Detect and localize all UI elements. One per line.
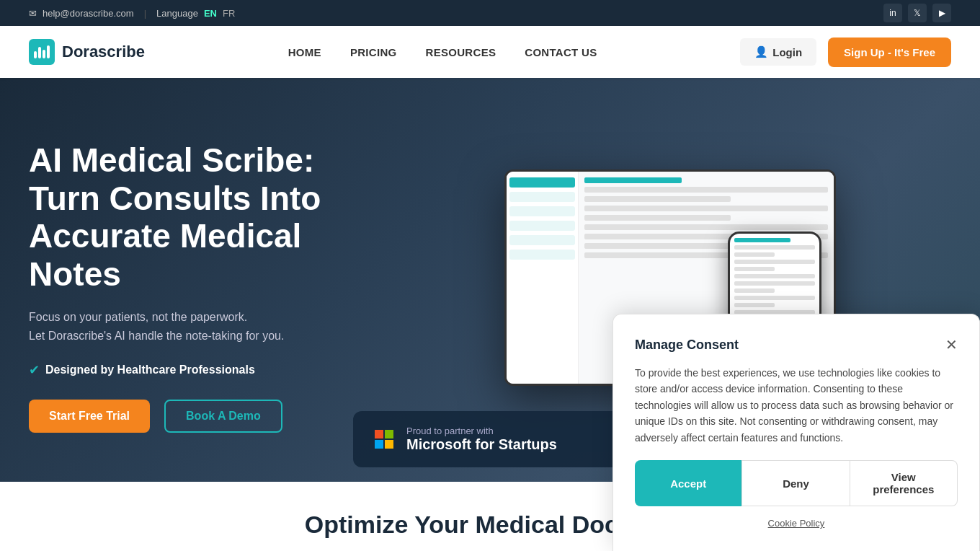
cookie-buttons: Accept Deny View preferences: [635, 460, 958, 506]
hero-buttons: Start Free Trial Book A Demo: [29, 400, 389, 433]
mail-icon: ✉: [29, 8, 37, 19]
youtube-icon[interactable]: ▶: [932, 4, 951, 22]
logo[interactable]: Dorascribe: [29, 39, 145, 65]
logo-bars: [34, 45, 50, 58]
topbar-right: in 𝕏 ▶: [883, 4, 951, 22]
topbar-left: ✉ help@dorascribe.com | Language EN FR: [29, 8, 235, 19]
logo-text: Dorascribe: [62, 43, 145, 61]
microsoft-banner: Proud to partner with Microsoft for Star…: [353, 411, 627, 467]
nav-pricing[interactable]: PRICING: [350, 46, 397, 58]
topbar-email: help@dorascribe.com: [43, 8, 134, 19]
bar4: [47, 45, 50, 58]
check-icon: ✔: [29, 362, 40, 378]
badge-text: Designed by Healthcare Professionals: [45, 363, 255, 376]
nav-contact[interactable]: CONTACT US: [525, 46, 597, 58]
topbar: ✉ help@dorascribe.com | Language EN FR i…: [0, 0, 980, 26]
bar3: [43, 50, 45, 58]
phone-row-teal: [734, 238, 790, 242]
navbar: Dorascribe HOME PRICING RESOURCES CONTAC…: [0, 26, 980, 78]
topbar-separator: |: [144, 8, 146, 19]
hero-left: AI Medical Scribe:Turn Consults IntoAccu…: [29, 141, 389, 433]
phone-row-2: [734, 252, 775, 257]
cookie-consent-dialog: Manage Consent ✕ To provide the best exp…: [612, 314, 980, 551]
phone-row-8: [734, 296, 815, 300]
mock-row-3: [584, 206, 828, 211]
mock-sidebar: [507, 172, 579, 384]
phone-row-1: [734, 245, 815, 250]
phone-row-5: [734, 274, 815, 278]
ms-yellow-square: [385, 440, 393, 449]
book-demo-button[interactable]: Book A Demo: [164, 400, 282, 433]
login-button[interactable]: 👤 Login: [740, 38, 816, 66]
mock-row-5: [584, 224, 828, 230]
cookie-policy-link-container: Cookie Policy: [635, 516, 958, 529]
phone-row-3: [734, 260, 815, 264]
lang-fr-link[interactable]: FR: [223, 8, 235, 19]
mock-row-7: [584, 243, 731, 249]
ms-logo: [375, 430, 395, 449]
hero-title: AI Medical Scribe:Turn Consults IntoAccu…: [29, 141, 389, 294]
mock-header-row: [584, 177, 682, 183]
user-icon: 👤: [754, 45, 768, 58]
phone-row-9: [734, 303, 775, 307]
start-free-trial-button[interactable]: Start Free Trial: [29, 400, 150, 433]
topbar-language-label: Language: [156, 8, 198, 19]
phone-row-7: [734, 288, 775, 293]
sidebar-active-item: [509, 177, 575, 188]
ms-green-square: [385, 430, 393, 438]
twitter-icon[interactable]: 𝕏: [908, 4, 927, 22]
lang-en-link[interactable]: EN: [204, 8, 217, 19]
linkedin-icon[interactable]: in: [883, 4, 902, 22]
ms-blue-square: [375, 440, 383, 449]
ms-red-square: [375, 430, 383, 438]
bar2: [38, 47, 41, 58]
cookie-deny-button[interactable]: Deny: [741, 460, 850, 506]
cookie-close-button[interactable]: ✕: [945, 336, 958, 353]
sidebar-item-1: [509, 192, 575, 202]
mock-row-1: [584, 187, 828, 193]
nav-resources[interactable]: RESOURCES: [426, 46, 496, 58]
ms-proud-text: Proud to partner with: [406, 426, 557, 436]
nav-home[interactable]: HOME: [288, 46, 321, 58]
ms-text: Proud to partner with Microsoft for Star…: [406, 426, 557, 453]
signup-button[interactable]: Sign Up - It's Free: [828, 38, 951, 67]
mock-row-2: [584, 196, 731, 202]
hero-subtitle: Focus on your patients, not the paperwor…: [29, 308, 389, 345]
bar1: [34, 51, 37, 58]
cookie-body: To provide the best experiences, we use …: [635, 365, 958, 446]
sidebar-item-3: [509, 221, 575, 231]
nav-links: HOME PRICING RESOURCES CONTACT US: [288, 46, 597, 58]
cookie-header: Manage Consent ✕: [635, 336, 958, 353]
phone-row-6: [734, 281, 815, 286]
hero-badge: ✔ Designed by Healthcare Professionals: [29, 362, 389, 378]
nav-right: 👤 Login Sign Up - It's Free: [740, 38, 951, 67]
ms-partner-text: Microsoft for Startups: [406, 436, 557, 453]
mock-row-4: [584, 215, 731, 221]
sidebar-item-4: [509, 235, 575, 245]
logo-icon: [29, 39, 55, 65]
sidebar-item-5: [509, 250, 575, 260]
sidebar-item-2: [509, 206, 575, 216]
cookie-accept-button[interactable]: Accept: [635, 460, 741, 506]
cookie-policy-link[interactable]: Cookie Policy: [768, 518, 825, 529]
cookie-view-preferences-button[interactable]: View preferences: [850, 460, 958, 506]
cookie-title: Manage Consent: [635, 338, 739, 353]
phone-row-4: [734, 267, 775, 271]
